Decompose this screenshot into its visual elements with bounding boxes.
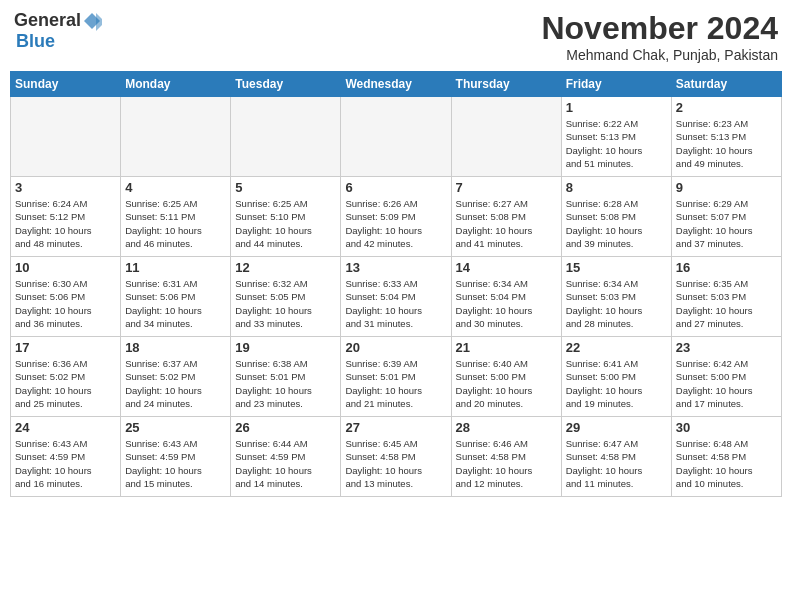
weekday-header: Thursday — [451, 72, 561, 97]
calendar-cell: 2Sunrise: 6:23 AM Sunset: 5:13 PM Daylig… — [671, 97, 781, 177]
calendar-cell: 27Sunrise: 6:45 AM Sunset: 4:58 PM Dayli… — [341, 417, 451, 497]
svg-marker-1 — [96, 13, 102, 31]
calendar-cell: 1Sunrise: 6:22 AM Sunset: 5:13 PM Daylig… — [561, 97, 671, 177]
calendar-cell: 12Sunrise: 6:32 AM Sunset: 5:05 PM Dayli… — [231, 257, 341, 337]
day-info: Sunrise: 6:41 AM Sunset: 5:00 PM Dayligh… — [566, 357, 667, 410]
calendar-cell: 23Sunrise: 6:42 AM Sunset: 5:00 PM Dayli… — [671, 337, 781, 417]
logo-icon — [82, 11, 102, 31]
day-info: Sunrise: 6:24 AM Sunset: 5:12 PM Dayligh… — [15, 197, 116, 250]
calendar-cell: 17Sunrise: 6:36 AM Sunset: 5:02 PM Dayli… — [11, 337, 121, 417]
day-info: Sunrise: 6:40 AM Sunset: 5:00 PM Dayligh… — [456, 357, 557, 410]
day-number: 15 — [566, 260, 667, 275]
day-number: 4 — [125, 180, 226, 195]
day-number: 5 — [235, 180, 336, 195]
day-number: 6 — [345, 180, 446, 195]
weekday-header-row: SundayMondayTuesdayWednesdayThursdayFrid… — [11, 72, 782, 97]
day-number: 1 — [566, 100, 667, 115]
day-number: 17 — [15, 340, 116, 355]
day-number: 2 — [676, 100, 777, 115]
calendar-cell: 24Sunrise: 6:43 AM Sunset: 4:59 PM Dayli… — [11, 417, 121, 497]
day-info: Sunrise: 6:22 AM Sunset: 5:13 PM Dayligh… — [566, 117, 667, 170]
page-header: General Blue November 2024 Mehmand Chak,… — [10, 10, 782, 63]
day-info: Sunrise: 6:42 AM Sunset: 5:00 PM Dayligh… — [676, 357, 777, 410]
day-number: 27 — [345, 420, 446, 435]
weekday-header: Saturday — [671, 72, 781, 97]
calendar-cell: 6Sunrise: 6:26 AM Sunset: 5:09 PM Daylig… — [341, 177, 451, 257]
calendar-cell: 16Sunrise: 6:35 AM Sunset: 5:03 PM Dayli… — [671, 257, 781, 337]
day-info: Sunrise: 6:39 AM Sunset: 5:01 PM Dayligh… — [345, 357, 446, 410]
logo-general-text: General — [14, 10, 81, 31]
day-info: Sunrise: 6:33 AM Sunset: 5:04 PM Dayligh… — [345, 277, 446, 330]
logo: General Blue — [14, 10, 102, 52]
weekday-header: Wednesday — [341, 72, 451, 97]
calendar-cell — [231, 97, 341, 177]
location: Mehmand Chak, Punjab, Pakistan — [541, 47, 778, 63]
calendar-cell: 29Sunrise: 6:47 AM Sunset: 4:58 PM Dayli… — [561, 417, 671, 497]
calendar-cell — [341, 97, 451, 177]
day-info: Sunrise: 6:47 AM Sunset: 4:58 PM Dayligh… — [566, 437, 667, 490]
calendar-cell: 11Sunrise: 6:31 AM Sunset: 5:06 PM Dayli… — [121, 257, 231, 337]
calendar-cell: 20Sunrise: 6:39 AM Sunset: 5:01 PM Dayli… — [341, 337, 451, 417]
calendar-week-row: 24Sunrise: 6:43 AM Sunset: 4:59 PM Dayli… — [11, 417, 782, 497]
day-info: Sunrise: 6:25 AM Sunset: 5:10 PM Dayligh… — [235, 197, 336, 250]
calendar-table: SundayMondayTuesdayWednesdayThursdayFrid… — [10, 71, 782, 497]
day-info: Sunrise: 6:38 AM Sunset: 5:01 PM Dayligh… — [235, 357, 336, 410]
day-info: Sunrise: 6:31 AM Sunset: 5:06 PM Dayligh… — [125, 277, 226, 330]
day-info: Sunrise: 6:37 AM Sunset: 5:02 PM Dayligh… — [125, 357, 226, 410]
calendar-cell: 22Sunrise: 6:41 AM Sunset: 5:00 PM Dayli… — [561, 337, 671, 417]
calendar-cell: 15Sunrise: 6:34 AM Sunset: 5:03 PM Dayli… — [561, 257, 671, 337]
day-number: 29 — [566, 420, 667, 435]
day-number: 10 — [15, 260, 116, 275]
day-number: 8 — [566, 180, 667, 195]
day-number: 16 — [676, 260, 777, 275]
day-info: Sunrise: 6:46 AM Sunset: 4:58 PM Dayligh… — [456, 437, 557, 490]
day-number: 3 — [15, 180, 116, 195]
calendar-cell: 10Sunrise: 6:30 AM Sunset: 5:06 PM Dayli… — [11, 257, 121, 337]
calendar-cell: 13Sunrise: 6:33 AM Sunset: 5:04 PM Dayli… — [341, 257, 451, 337]
day-number: 30 — [676, 420, 777, 435]
day-info: Sunrise: 6:28 AM Sunset: 5:08 PM Dayligh… — [566, 197, 667, 250]
day-info: Sunrise: 6:36 AM Sunset: 5:02 PM Dayligh… — [15, 357, 116, 410]
calendar-cell — [121, 97, 231, 177]
day-number: 11 — [125, 260, 226, 275]
calendar-cell: 8Sunrise: 6:28 AM Sunset: 5:08 PM Daylig… — [561, 177, 671, 257]
calendar-week-row: 17Sunrise: 6:36 AM Sunset: 5:02 PM Dayli… — [11, 337, 782, 417]
calendar-cell: 9Sunrise: 6:29 AM Sunset: 5:07 PM Daylig… — [671, 177, 781, 257]
day-info: Sunrise: 6:25 AM Sunset: 5:11 PM Dayligh… — [125, 197, 226, 250]
logo-blue-text: Blue — [16, 31, 55, 52]
day-info: Sunrise: 6:43 AM Sunset: 4:59 PM Dayligh… — [125, 437, 226, 490]
day-number: 20 — [345, 340, 446, 355]
month-title: November 2024 — [541, 10, 778, 47]
day-number: 28 — [456, 420, 557, 435]
day-number: 25 — [125, 420, 226, 435]
day-info: Sunrise: 6:43 AM Sunset: 4:59 PM Dayligh… — [15, 437, 116, 490]
day-number: 7 — [456, 180, 557, 195]
day-number: 12 — [235, 260, 336, 275]
day-info: Sunrise: 6:35 AM Sunset: 5:03 PM Dayligh… — [676, 277, 777, 330]
calendar-cell: 19Sunrise: 6:38 AM Sunset: 5:01 PM Dayli… — [231, 337, 341, 417]
day-info: Sunrise: 6:34 AM Sunset: 5:03 PM Dayligh… — [566, 277, 667, 330]
day-number: 21 — [456, 340, 557, 355]
day-number: 24 — [15, 420, 116, 435]
day-info: Sunrise: 6:26 AM Sunset: 5:09 PM Dayligh… — [345, 197, 446, 250]
day-info: Sunrise: 6:34 AM Sunset: 5:04 PM Dayligh… — [456, 277, 557, 330]
calendar-cell: 4Sunrise: 6:25 AM Sunset: 5:11 PM Daylig… — [121, 177, 231, 257]
day-number: 19 — [235, 340, 336, 355]
weekday-header: Sunday — [11, 72, 121, 97]
day-number: 14 — [456, 260, 557, 275]
day-info: Sunrise: 6:48 AM Sunset: 4:58 PM Dayligh… — [676, 437, 777, 490]
day-info: Sunrise: 6:27 AM Sunset: 5:08 PM Dayligh… — [456, 197, 557, 250]
weekday-header: Tuesday — [231, 72, 341, 97]
day-number: 23 — [676, 340, 777, 355]
calendar-cell: 7Sunrise: 6:27 AM Sunset: 5:08 PM Daylig… — [451, 177, 561, 257]
weekday-header: Monday — [121, 72, 231, 97]
calendar-cell: 3Sunrise: 6:24 AM Sunset: 5:12 PM Daylig… — [11, 177, 121, 257]
calendar-cell: 26Sunrise: 6:44 AM Sunset: 4:59 PM Dayli… — [231, 417, 341, 497]
calendar-cell: 30Sunrise: 6:48 AM Sunset: 4:58 PM Dayli… — [671, 417, 781, 497]
calendar-cell: 5Sunrise: 6:25 AM Sunset: 5:10 PM Daylig… — [231, 177, 341, 257]
calendar-week-row: 3Sunrise: 6:24 AM Sunset: 5:12 PM Daylig… — [11, 177, 782, 257]
calendar-cell: 21Sunrise: 6:40 AM Sunset: 5:00 PM Dayli… — [451, 337, 561, 417]
calendar-cell: 25Sunrise: 6:43 AM Sunset: 4:59 PM Dayli… — [121, 417, 231, 497]
calendar-cell: 18Sunrise: 6:37 AM Sunset: 5:02 PM Dayli… — [121, 337, 231, 417]
title-block: November 2024 Mehmand Chak, Punjab, Paki… — [541, 10, 778, 63]
